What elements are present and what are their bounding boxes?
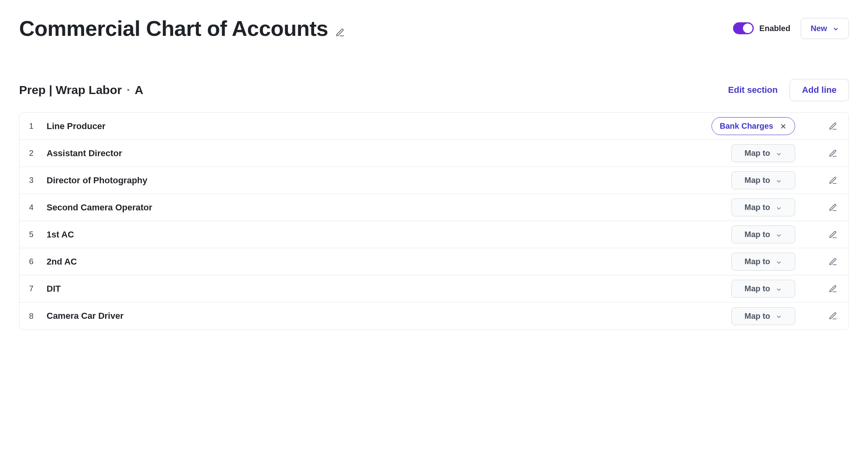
enabled-toggle-group: Enabled xyxy=(733,22,790,34)
row-map-cell: Map to xyxy=(708,144,795,162)
row-number: 4 xyxy=(29,203,47,212)
add-line-button[interactable]: Add line xyxy=(790,79,849,101)
map-to-button[interactable]: Map to xyxy=(731,144,795,162)
pencil-icon[interactable] xyxy=(829,176,837,185)
chevron-down-icon xyxy=(776,286,782,292)
row-map-cell: Bank Charges xyxy=(708,117,795,135)
row-name: Camera Car Driver xyxy=(47,311,708,321)
section-separator: · xyxy=(127,83,130,97)
pencil-icon[interactable] xyxy=(829,203,837,212)
map-to-button[interactable]: Map to xyxy=(731,226,795,243)
table-row: 62nd ACMap to xyxy=(20,248,848,275)
map-to-button[interactable]: Map to xyxy=(731,171,795,189)
section-header: Prep | Wrap Labor · A Edit section Add l… xyxy=(19,79,849,101)
row-name: 2nd AC xyxy=(47,257,708,267)
new-button-label: New xyxy=(811,24,827,33)
row-name: Director of Photography xyxy=(47,175,708,186)
map-to-label: Map to xyxy=(745,257,770,266)
enabled-toggle-label: Enabled xyxy=(759,24,790,33)
row-edit-cell xyxy=(795,312,839,320)
table-row: 8Camera Car DriverMap to xyxy=(20,302,848,330)
new-button[interactable]: New xyxy=(801,18,849,39)
map-to-label: Map to xyxy=(745,203,770,212)
chevron-down-icon xyxy=(776,232,782,238)
line-items-table: 1Line ProducerBank Charges2Assistant Dir… xyxy=(19,112,849,330)
enabled-toggle[interactable] xyxy=(733,22,754,34)
row-name: Assistant Director xyxy=(47,148,708,159)
chevron-down-icon xyxy=(833,25,839,31)
row-name: Line Producer xyxy=(47,121,708,131)
mapped-chip-label: Bank Charges xyxy=(720,122,774,131)
chevron-down-icon xyxy=(776,150,782,157)
pencil-icon[interactable] xyxy=(829,284,837,293)
header-controls: Enabled New xyxy=(733,18,849,39)
row-number: 8 xyxy=(29,312,47,321)
row-name: DIT xyxy=(47,284,708,294)
row-edit-cell xyxy=(795,284,839,293)
row-number: 6 xyxy=(29,257,47,266)
pencil-icon[interactable] xyxy=(829,149,837,158)
title-group: Commercial Chart of Accounts xyxy=(19,16,345,41)
mapped-chip[interactable]: Bank Charges xyxy=(712,117,796,135)
row-map-cell: Map to xyxy=(708,198,795,216)
row-number: 1 xyxy=(29,122,47,131)
row-name: 1st AC xyxy=(47,230,708,240)
row-map-cell: Map to xyxy=(708,226,795,243)
table-row: 2Assistant DirectorMap to xyxy=(20,140,848,167)
pencil-icon[interactable] xyxy=(829,230,837,239)
row-edit-cell xyxy=(795,203,839,212)
map-to-button[interactable]: Map to xyxy=(731,307,795,325)
page-header: Commercial Chart of Accounts Enabled New xyxy=(19,16,849,41)
pencil-icon[interactable] xyxy=(335,28,345,37)
row-map-cell: Map to xyxy=(708,280,795,298)
map-to-button[interactable]: Map to xyxy=(731,198,795,216)
row-number: 3 xyxy=(29,176,47,185)
pencil-icon[interactable] xyxy=(829,122,837,131)
map-to-label: Map to xyxy=(745,312,770,321)
row-number: 7 xyxy=(29,284,47,293)
table-row: 3Director of PhotographyMap to xyxy=(20,167,848,194)
row-map-cell: Map to xyxy=(708,171,795,189)
row-name: Second Camera Operator xyxy=(47,202,708,213)
section-actions: Edit section Add line xyxy=(728,79,849,101)
row-map-cell: Map to xyxy=(708,307,795,325)
table-row: 1Line ProducerBank Charges xyxy=(20,113,848,140)
row-map-cell: Map to xyxy=(708,253,795,271)
table-row: 7DITMap to xyxy=(20,275,848,302)
map-to-label: Map to xyxy=(745,284,770,293)
map-to-label: Map to xyxy=(745,149,770,158)
row-number: 5 xyxy=(29,230,47,239)
chevron-down-icon xyxy=(776,259,782,265)
close-icon[interactable] xyxy=(780,123,787,130)
row-edit-cell xyxy=(795,230,839,239)
map-to-button[interactable]: Map to xyxy=(731,280,795,298)
map-to-label: Map to xyxy=(745,176,770,185)
pencil-icon[interactable] xyxy=(829,312,837,320)
table-row: 51st ACMap to xyxy=(20,221,848,248)
chevron-down-icon xyxy=(776,204,782,211)
section-code: A xyxy=(135,83,143,97)
row-edit-cell xyxy=(795,257,839,266)
table-row: 4Second Camera OperatorMap to xyxy=(20,194,848,221)
section-title: Prep | Wrap Labor · A xyxy=(19,83,143,97)
chevron-down-icon xyxy=(776,313,782,319)
row-edit-cell xyxy=(795,122,839,131)
chevron-down-icon xyxy=(776,177,782,184)
map-to-label: Map to xyxy=(745,230,770,239)
edit-section-link[interactable]: Edit section xyxy=(728,85,778,95)
row-edit-cell xyxy=(795,176,839,185)
section-name: Prep | Wrap Labor xyxy=(19,83,122,97)
page-title: Commercial Chart of Accounts xyxy=(19,16,328,41)
map-to-button[interactable]: Map to xyxy=(731,253,795,271)
row-edit-cell xyxy=(795,149,839,158)
pencil-icon[interactable] xyxy=(829,257,837,266)
row-number: 2 xyxy=(29,149,47,158)
